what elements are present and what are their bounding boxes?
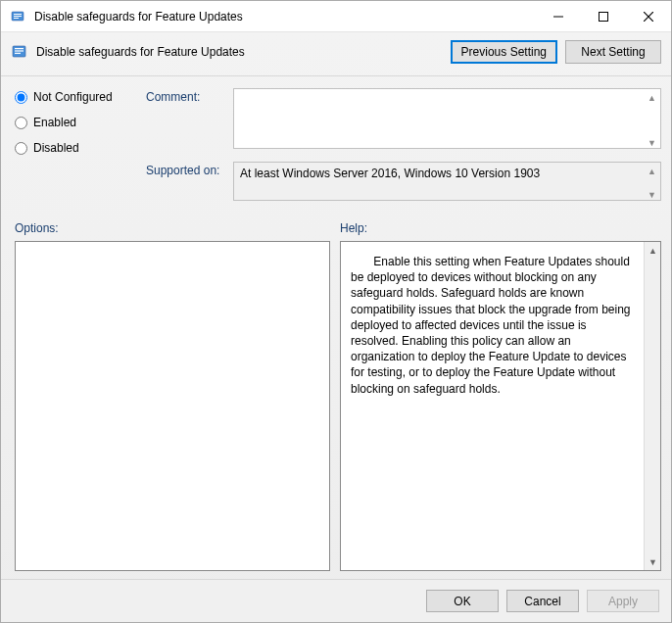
svg-rect-6 [15,48,24,49]
comment-scrollbar[interactable]: ▲ ▼ [644,89,660,151]
cancel-button[interactable]: Cancel [506,590,579,612]
supported-on-display [233,162,661,201]
scroll-up-icon: ▲ [644,89,660,106]
help-scrollbar[interactable]: ▲ ▼ [644,242,660,570]
maximize-button[interactable] [581,1,626,32]
minimize-button[interactable] [536,1,581,32]
policy-header: Disable safeguards for Feature Updates P… [1,32,671,76]
help-text-body: Enable this setting when Feature Updates… [351,255,631,396]
help-text: Enable this setting when Feature Updates… [341,242,644,570]
svg-rect-2 [14,16,22,17]
scroll-down-icon: ▼ [645,553,661,570]
supported-row: Supported on: ▲ ▼ [146,162,661,204]
scroll-up-icon: ▲ [645,242,661,259]
window-title: Disable safeguards for Feature Updates [34,10,243,24]
radio-disabled-input[interactable] [15,142,27,155]
radio-not-configured-label: Not Configured [33,90,113,104]
svg-rect-1 [14,14,22,15]
supported-scrollbar[interactable]: ▲ ▼ [644,163,660,203]
app-icon [11,9,26,24]
section-labels: Options: Help: [1,208,671,241]
svg-rect-7 [15,50,24,51]
radio-not-configured-input[interactable] [15,91,27,104]
scroll-down-icon: ▼ [644,134,660,151]
dialog-footer: OK Cancel Apply [1,579,671,622]
help-panel: Enable this setting when Feature Updates… [340,241,661,571]
fields-column: Comment: ▲ ▼ Supported on: ▲ [146,88,661,204]
svg-rect-3 [14,18,19,19]
scroll-up-icon: ▲ [644,163,660,179]
radio-disabled-label: Disabled [33,141,79,155]
svg-rect-8 [15,53,21,54]
radio-enabled-input[interactable] [15,117,27,129]
options-label: Options: [15,221,340,235]
comment-input[interactable] [233,88,661,149]
radio-not-configured[interactable]: Not Configured [15,90,132,104]
ok-button[interactable]: OK [426,590,499,612]
config-area: Not Configured Enabled Disabled Comment: [1,76,671,208]
gpo-editor-window: Disable safeguards for Feature Updates D… [0,0,672,623]
radio-enabled[interactable]: Enabled [15,116,132,129]
supported-label: Supported on: [146,162,229,177]
comment-row: Comment: ▲ ▼ [146,88,661,152]
previous-setting-button[interactable]: Previous Setting [451,40,557,64]
next-setting-button[interactable]: Next Setting [565,40,661,64]
radio-enabled-label: Enabled [33,116,76,129]
policy-icon [11,43,28,61]
help-label: Help: [340,221,661,235]
titlebar: Disable safeguards for Feature Updates [1,1,671,32]
panels: Enable this setting when Feature Updates… [1,241,671,579]
radio-disabled[interactable]: Disabled [15,141,132,155]
scroll-down-icon: ▼ [644,186,660,203]
close-button[interactable] [626,1,671,32]
client-area: Disable safeguards for Feature Updates P… [1,32,671,622]
policy-title: Disable safeguards for Feature Updates [36,45,443,59]
svg-rect-4 [600,12,608,21]
state-radio-group: Not Configured Enabled Disabled [15,88,132,204]
options-panel [15,241,330,571]
apply-button[interactable]: Apply [587,590,659,612]
comment-label: Comment: [146,88,229,104]
